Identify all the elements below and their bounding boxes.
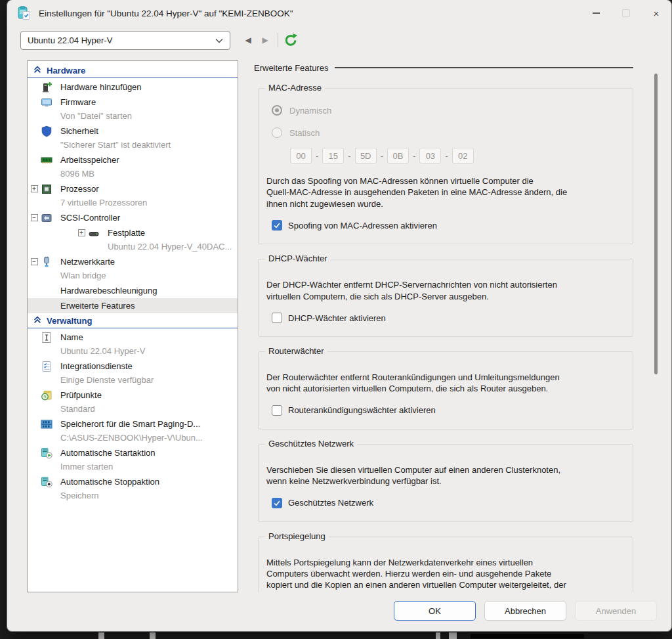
sidebar-item[interactable]: Firmware — [28, 95, 238, 110]
back-icon: ◀ — [245, 35, 251, 45]
background-window-fragment — [150, 632, 156, 639]
sidebar-item-label: Automatische Startaktion — [58, 448, 156, 458]
memory-icon — [41, 154, 58, 166]
panel-header-rule — [335, 67, 633, 68]
checkbox-geschuetztes-netzwerk[interactable] — [272, 498, 282, 508]
group-legend: Portspiegelung — [265, 531, 329, 541]
group-description: Der Routerwächter entfernt Routerankündi… — [266, 372, 625, 395]
mac-segment-input: 15 — [322, 148, 344, 164]
section-underline — [28, 328, 238, 328]
sidebar-item[interactable]: Speicherort für die Smart Paging-D... — [28, 416, 238, 431]
expander-cell: − — [28, 258, 41, 265]
group-mac-adresse: MAC-AdresseDynamischStatisch00-15-5D-0B-… — [258, 88, 633, 244]
cancel-button[interactable]: Abbrechen — [484, 601, 566, 621]
panel-scrollbar[interactable] — [654, 63, 658, 592]
checkbox-dhcp-waechter[interactable] — [272, 313, 282, 323]
sidebar-item[interactable]: Automatische Stoppaktion — [28, 474, 238, 489]
minimize-button[interactable] — [581, 0, 611, 26]
checkpoints-icon — [41, 389, 58, 401]
sidebar-item-sublabel: Standard — [28, 403, 238, 416]
footer: OK Abbrechen Anwenden — [7, 592, 671, 631]
features-panel: Erweiterte Features MAC-AdresseDynamisch… — [254, 62, 633, 592]
sidebar-item-label: Automatische Stoppaktion — [58, 477, 159, 487]
sidebar-item[interactable]: +Festplatte — [28, 225, 238, 240]
sidebar-item[interactable]: Automatische Startaktion — [28, 445, 238, 460]
expand-icon[interactable]: + — [78, 229, 85, 236]
vm-selector-dropdown[interactable]: Ubuntu 22.04 Hyper-V — [20, 31, 230, 50]
radio-option-statisch: Statisch — [272, 121, 625, 144]
sidebar-item[interactable]: Hardware hinzufügen — [28, 79, 238, 95]
radio-option-dynamisch: Dynamisch — [272, 99, 625, 121]
sidebar-section-header-verwaltung[interactable]: Verwaltung — [28, 313, 238, 328]
vm-selector-value: Ubuntu 22.04 Hyper-V — [28, 35, 112, 45]
sidebar-item[interactable]: −SCSI-Controller — [28, 210, 238, 225]
background-window-fragment — [471, 634, 584, 638]
autostart-icon — [41, 447, 58, 459]
window-title: Einstellungen für "Ubuntu 22.04 Hyper-V"… — [39, 9, 293, 18]
radio-label: Statisch — [289, 128, 320, 138]
panel-groups: MAC-AdresseDynamischStatisch00-15-5D-0B-… — [254, 88, 633, 592]
firmware-icon — [41, 97, 58, 108]
checkbox-row: DHCP-Wächter aktivieren — [272, 311, 625, 324]
mac-segment-input: 02 — [452, 148, 474, 164]
titlebar: Einstellungen für "Ubuntu 22.04 Hyper-V"… — [7, 0, 671, 26]
collapse-icon[interactable]: − — [31, 214, 38, 221]
sidebar-item[interactable]: −Netzwerkkarte — [28, 254, 238, 269]
mac-address-fields: 00-15-5D-0B-03-02 — [290, 148, 625, 164]
sidebar-tree: HardwareHardware hinzufügenFirmwareVon "… — [27, 60, 238, 592]
sidebar-item[interactable]: Erweiterte Features — [28, 298, 238, 313]
sidebar-item[interactable]: Sicherheit — [28, 123, 238, 139]
settings-dialog: Einstellungen für "Ubuntu 22.04 Hyper-V"… — [7, 0, 672, 632]
sidebar-item-sublabel: Von "Datei" starten — [28, 110, 238, 123]
sidebar-section-header-hardware[interactable]: Hardware — [28, 63, 238, 77]
sidebar-item[interactable]: +Prozessor — [28, 181, 238, 196]
expander-cell: − — [28, 214, 41, 221]
group-dhcp-waechter: DHCP-WächterDer DHCP-Wächter entfernt DH… — [258, 259, 633, 337]
sidebar-item-label: Hardware hinzufügen — [58, 82, 142, 92]
sidebar-item-sublabel: Immer starten — [28, 460, 238, 474]
panel-header: Erweiterte Features — [254, 62, 633, 74]
forward-icon: ▶ — [262, 35, 268, 45]
sidebar-item[interactable]: Arbeitsspeicher — [28, 152, 238, 167]
group-legend: Routerwächter — [265, 346, 327, 356]
expander-cell: + — [75, 229, 88, 236]
sidebar-item[interactable]: Prüfpunkte — [28, 387, 238, 403]
navigate-forward-button[interactable]: ▶ — [257, 35, 274, 45]
mac-dash: - — [413, 151, 415, 161]
checkbox-mac-adresse[interactable] — [272, 220, 282, 231]
section-label: Verwaltung — [47, 316, 92, 326]
group-description: Verschieben Sie diesen virtuellen Comput… — [266, 464, 625, 487]
close-button[interactable]: × — [641, 0, 671, 26]
sidebar-item[interactable]: Hardwarebeschleunigung — [28, 283, 238, 298]
navigate-back-button[interactable]: ◀ — [240, 35, 257, 45]
checkbox-row: Spoofing von MAC-Adressen aktivieren — [272, 219, 625, 232]
checkbox-routerwaechter[interactable] — [272, 405, 282, 416]
expand-icon[interactable]: + — [31, 185, 38, 192]
sidebar-item-sublabel: "Sicherer Start" ist deaktiviert — [28, 139, 238, 152]
add-hardware-icon — [41, 81, 58, 93]
scrollbar-thumb[interactable] — [654, 74, 658, 374]
sidebar-item[interactable]: Name — [28, 330, 238, 345]
background-window-fragment — [98, 632, 104, 639]
background-window-fragment — [449, 632, 457, 639]
sidebar-item-sublabel: 7 virtuelle Prozessoren — [28, 196, 238, 210]
network-icon — [41, 256, 58, 268]
refresh-icon — [284, 33, 298, 47]
checkbox-label: Routerankündigungswächter aktivieren — [288, 405, 436, 415]
radio-button — [272, 105, 282, 116]
mac-dash: - — [445, 151, 448, 161]
sidebar-item-label: SCSI-Controller — [58, 213, 120, 223]
ok-button[interactable]: OK — [394, 601, 476, 621]
mac-segment-input: 0B — [387, 148, 409, 164]
refresh-button[interactable] — [284, 33, 298, 47]
sidebar-item-label: Sicherheit — [58, 126, 98, 136]
section-underline — [28, 77, 238, 78]
group-description: Durch das Spoofing von MAC-Adressen könn… — [266, 175, 625, 209]
collapse-icon[interactable]: − — [31, 258, 38, 265]
close-icon: × — [654, 9, 660, 18]
window-controls: × — [581, 0, 671, 26]
group-portspiegelung: PortspiegelungMittels Portspiegelung kan… — [258, 537, 633, 592]
sidebar-item-sublabel: C:\ASUS-ZENBOOK\Hyper-V\Ubun... — [28, 431, 238, 445]
sidebar-item[interactable]: Integrationsdienste — [28, 359, 238, 374]
app-icon — [18, 6, 32, 20]
